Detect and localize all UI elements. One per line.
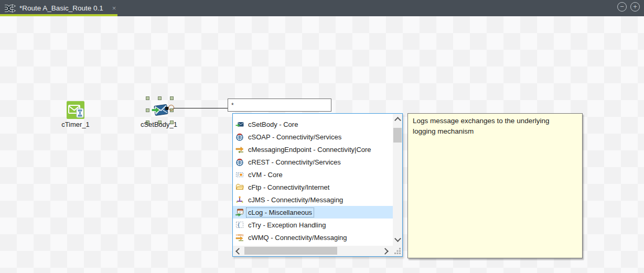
dropdown-item-label: cJMS - Connectivity/Messaging [246, 195, 345, 205]
ctry-icon: { } [235, 221, 244, 229]
connection-label-input[interactable] [228, 99, 331, 112]
scroll-down-icon[interactable] [394, 235, 401, 242]
component-description-panel: Logs message exchanges to the underlying… [407, 113, 583, 258]
ctimer-component[interactable] [67, 101, 84, 121]
connection-line[interactable] [174, 108, 228, 108]
scroll-right-icon[interactable] [382, 248, 389, 255]
dropdown-item-cvm[interactable]: cVM - Core [233, 168, 393, 181]
dropdown-item-label: cSOAP - Connectivity/Services [246, 132, 344, 142]
dropdown-item-cwmq[interactable]: CWMQ cWMQ - Connectivity/Messaging [233, 231, 393, 244]
csetbody-component[interactable] [151, 102, 168, 121]
dropdown-item-label: cMessagingEndpoint - Connectivity|Core [246, 145, 373, 155]
svg-text:CWMQ: CWMQ [236, 234, 244, 236]
vertical-scrollbar-thumb[interactable] [393, 128, 402, 143]
route-editor: *Route A_Basic_Route 0.1 × − + cTimer_1 [0, 0, 644, 273]
dropdown-item-cftp[interactable]: cFtp - Connectivity/Internet [233, 181, 393, 193]
maximize-view-button[interactable]: + [630, 2, 640, 12]
dropdown-item-clog-selected[interactable]: cLog - Miscellaneous [233, 206, 393, 219]
selection-handle-w[interactable] [146, 108, 149, 112]
dropdown-item-label: cTry - Exception Handling [246, 220, 328, 230]
clog-icon [235, 208, 244, 216]
editor-tab-bar: *Route A_Basic_Route 0.1 × − + [0, 0, 644, 16]
csoap-icon [235, 133, 244, 141]
cjms-icon [235, 195, 244, 204]
component-description-text: Logs message exchanges to the underlying… [413, 116, 566, 137]
csetbody-icon [151, 102, 168, 121]
cwmq-icon: CWMQ [235, 233, 244, 242]
tab-close-icon[interactable]: × [112, 4, 116, 12]
component-suggestion-popup: cSetBody - Core cSOAP - Connectivity/Ser… [232, 113, 403, 257]
resize-grip-icon[interactable] [393, 246, 402, 256]
dropdown-item-crest[interactable]: cREST - Connectivity/Services [233, 156, 393, 168]
horizontal-scrollbar-thumb[interactable] [244, 247, 337, 255]
dropdown-item-csetbody[interactable]: cSetBody - Core [233, 118, 393, 130]
dropdown-item-csoap[interactable]: cSOAP - Connectivity/Services [233, 130, 393, 143]
dropdown-item-ctry[interactable]: { } cTry - Exception Handling [233, 219, 393, 231]
dropdown-item-cjms[interactable]: cJMS - Connectivity/Messaging [233, 193, 393, 206]
route-shuffle-icon [4, 4, 16, 13]
csetbody-label: cSetBody_1 [135, 121, 183, 128]
ctimer-icon [67, 101, 84, 121]
selection-handle-nw[interactable] [146, 96, 149, 100]
minimize-view-button[interactable]: − [617, 2, 627, 12]
svg-text:{ }: { } [237, 222, 244, 228]
cvm-icon [235, 170, 244, 179]
dropdown-item-label: cSetBody - Core [246, 119, 300, 129]
tab-title: *Route A_Basic_Route 0.1 [19, 4, 103, 12]
dropdown-item-label: cREST - Connectivity/Services [246, 157, 343, 167]
csetbody-icon [235, 120, 244, 128]
selection-handle-n[interactable] [158, 96, 162, 100]
ctimer-label: cTimer_1 [52, 121, 99, 128]
cftp-icon [235, 183, 244, 191]
dropdown-item-label: cVM - Core [246, 170, 285, 180]
selection-handle-ne[interactable] [170, 96, 174, 100]
scroll-up-icon[interactable] [394, 117, 401, 124]
scroll-left-icon[interactable] [235, 248, 242, 255]
dropdown-item-label: cLog - Miscellaneous [246, 208, 314, 217]
dropdown-item-label: cWMQ - Connectivity/Messaging [246, 233, 349, 243]
crest-icon [235, 158, 244, 166]
component-suggestion-list: cSetBody - Core cSOAP - Connectivity/Ser… [233, 114, 393, 246]
horizontal-scrollbar[interactable] [233, 246, 393, 256]
dropdown-item-cmessagingendpoint[interactable]: cMessagingEndpoint - Connectivity|Core [233, 143, 393, 156]
vertical-scrollbar[interactable] [393, 114, 402, 246]
dropdown-item-label: cFtp - Connectivity/Internet [246, 182, 331, 192]
cmessagingendpoint-icon [235, 145, 244, 154]
